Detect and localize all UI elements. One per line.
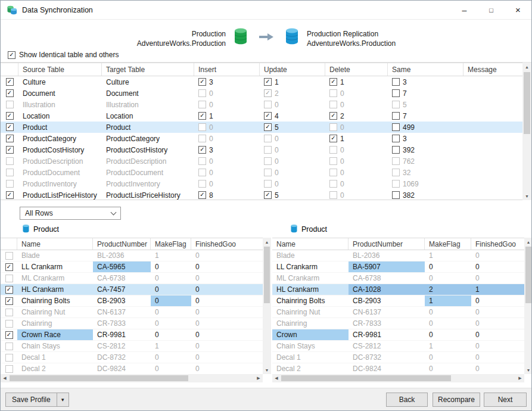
column-header-target-table[interactable]: Target Table — [102, 63, 194, 76]
row-checkbox[interactable] — [5, 342, 13, 350]
back-button[interactable]: Back — [386, 393, 428, 407]
select-column-header[interactable] — [1, 238, 17, 250]
data-row[interactable]: Decal 1DC-873200 — [272, 352, 524, 363]
column-header-update[interactable]: Update — [260, 63, 325, 76]
scroll-down-button[interactable]: ▼ — [522, 192, 531, 200]
maximize-button[interactable]: □ — [478, 1, 505, 19]
table-row[interactable]: ProductListPriceHistoryProductListPriceH… — [1, 189, 523, 201]
rows-filter-select[interactable]: All Rows — [20, 207, 121, 220]
delete-checkbox[interactable] — [329, 135, 337, 142]
insert-checkbox[interactable] — [198, 169, 206, 176]
next-button[interactable]: Next — [484, 393, 527, 407]
insert-checkbox[interactable] — [198, 78, 206, 86]
insert-checkbox[interactable] — [198, 146, 206, 154]
same-checkbox[interactable] — [392, 101, 400, 108]
data-row[interactable]: Chainring BoltsCB-290310 — [272, 295, 524, 307]
data-row[interactable]: ChainringCR-783300 — [1, 318, 263, 329]
data-row[interactable]: LL CrankarmBA-590700 — [272, 261, 524, 273]
same-checkbox[interactable] — [392, 89, 400, 97]
update-checkbox[interactable] — [264, 169, 272, 176]
row-checkbox[interactable] — [6, 169, 14, 176]
data-row[interactable]: CrownCR-998100 — [272, 329, 524, 341]
scroll-down-button[interactable]: ▼ — [524, 366, 532, 374]
column-header-name[interactable]: Name — [17, 238, 93, 250]
insert-checkbox[interactable] — [198, 89, 206, 97]
data-row[interactable]: BladeBL-203610 — [1, 250, 263, 261]
scroll-left-button[interactable]: ◀ — [1, 374, 9, 382]
data-row[interactable]: ChainringCR-783300 — [272, 318, 524, 329]
table-row[interactable]: LocationLocation1427 — [1, 110, 523, 122]
same-checkbox[interactable] — [392, 157, 400, 165]
data-row[interactable]: Decal 2DC-982400 — [1, 363, 263, 375]
data-row[interactable]: Decal 1DC-873200 — [1, 352, 263, 363]
update-checkbox[interactable] — [264, 180, 272, 188]
delete-checkbox[interactable] — [329, 101, 337, 108]
table-row[interactable]: ProductProduct050499 — [1, 122, 523, 133]
data-row[interactable]: Chainring NutCN-613700 — [1, 307, 263, 318]
scroll-down-button[interactable]: ▼ — [263, 366, 271, 374]
column-header-message[interactable]: Message — [463, 63, 523, 76]
scroll-right-button[interactable]: ▶ — [254, 374, 263, 382]
data-row[interactable]: Chainring BoltsCB-290300 — [1, 295, 263, 307]
scroll-up-button[interactable]: ▲ — [522, 63, 531, 71]
scrollbar-thumb[interactable] — [264, 247, 270, 303]
column-header-delete[interactable]: Delete — [325, 63, 388, 76]
column-header-finished-goods[interactable]: FinishedGoo — [191, 238, 263, 250]
row-checkbox[interactable] — [5, 275, 13, 282]
column-header-finished-goods[interactable]: FinishedGoo — [471, 238, 524, 250]
select-all-column-header[interactable] — [1, 63, 18, 76]
row-checkbox[interactable] — [6, 101, 14, 108]
data-row[interactable]: LL CrankarmCA-596500 — [1, 261, 263, 273]
update-checkbox[interactable] — [264, 191, 272, 199]
row-checkbox[interactable] — [6, 146, 14, 154]
row-checkbox[interactable] — [6, 89, 14, 97]
scroll-up-button[interactable]: ▲ — [263, 238, 271, 246]
table-row[interactable]: IllustrationIllustration0005 — [1, 99, 523, 110]
column-header-make-flag[interactable]: MakeFlag — [425, 238, 471, 250]
data-row[interactable]: ML CrankarmCA-673800 — [272, 273, 524, 284]
scroll-up-button[interactable]: ▲ — [524, 238, 532, 246]
delete-checkbox[interactable] — [329, 89, 337, 97]
data-row[interactable]: Decal 2DC-982400 — [272, 363, 524, 375]
scrollbar-thumb[interactable] — [10, 375, 188, 381]
scroll-left-button[interactable]: ◀ — [272, 374, 281, 382]
delete-checkbox[interactable] — [329, 157, 337, 165]
scrollbar-thumb[interactable] — [525, 247, 531, 303]
column-header-make-flag[interactable]: MakeFlag — [151, 238, 191, 250]
delete-checkbox[interactable] — [329, 112, 337, 120]
update-checkbox[interactable] — [264, 157, 272, 165]
row-checkbox[interactable] — [6, 135, 14, 142]
recompare-button[interactable]: Recompare — [433, 393, 480, 407]
delete-checkbox[interactable] — [329, 180, 337, 188]
save-profile-label[interactable]: Save Profile — [6, 393, 57, 406]
row-checkbox[interactable] — [5, 320, 13, 328]
scroll-right-button[interactable]: ▶ — [516, 374, 524, 382]
delete-checkbox[interactable] — [329, 169, 337, 176]
delete-checkbox[interactable] — [329, 191, 337, 199]
row-checkbox[interactable] — [6, 78, 14, 86]
column-header-product-number[interactable]: ProductNumber — [93, 238, 151, 250]
save-profile-dropdown-button[interactable]: ▼ — [57, 393, 69, 406]
same-checkbox[interactable] — [392, 135, 400, 142]
row-checkbox[interactable] — [6, 191, 14, 199]
row-checkbox[interactable] — [5, 331, 13, 339]
row-checkbox[interactable] — [5, 354, 13, 362]
update-checkbox[interactable] — [264, 135, 272, 142]
table-row[interactable]: ProductCategoryProductCategory0013 — [1, 133, 523, 144]
insert-checkbox[interactable] — [198, 135, 206, 142]
column-header-same[interactable]: Same — [388, 63, 463, 76]
data-row[interactable]: HL CrankarmCA-102821 — [272, 284, 524, 295]
row-checkbox[interactable] — [5, 309, 13, 316]
delete-checkbox[interactable] — [329, 146, 337, 154]
target-grid-vscrollbar[interactable]: ▲ ▼ — [524, 238, 532, 374]
data-row[interactable]: Chain StaysCS-281210 — [1, 341, 263, 352]
table-row[interactable]: CultureCulture3113 — [1, 76, 523, 88]
insert-checkbox[interactable] — [198, 123, 206, 131]
table-row[interactable]: ProductDocumentProductDocument00032 — [1, 167, 523, 178]
insert-checkbox[interactable] — [198, 191, 206, 199]
row-checkbox[interactable] — [6, 180, 14, 188]
row-checkbox[interactable] — [6, 157, 14, 165]
scrollbar-thumb[interactable] — [281, 375, 451, 381]
table-row[interactable]: ProductCostHistoryProductCostHistory3003… — [1, 144, 523, 155]
table-row[interactable]: DocumentDocument0207 — [1, 88, 523, 99]
